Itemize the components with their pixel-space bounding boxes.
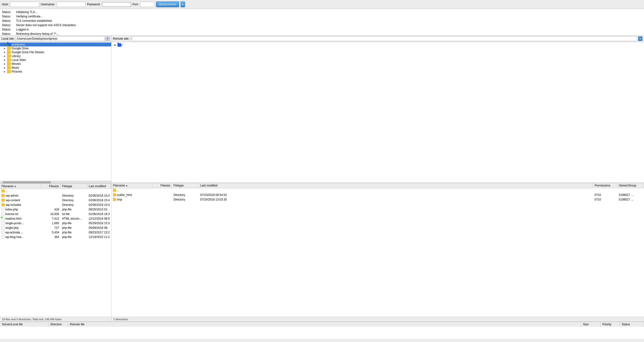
local-file-row[interactable]: wp-contentDirectory02/06/2018 15:4: [0, 198, 111, 203]
local-file-list[interactable]: ..wp-adminDirectory02/06/2018 15:4wp-con…: [0, 189, 111, 317]
local-site-input[interactable]: [16, 36, 104, 41]
port-input[interactable]: [140, 2, 154, 7]
file-cell-lastmod: 01/06/2018 19:3: [87, 212, 111, 216]
tree-item-label: Google Drive: [12, 47, 28, 50]
local-tree-item[interactable]: ▶Library: [0, 54, 111, 58]
remote-site-input[interactable]: [130, 36, 637, 41]
local-tree-item[interactable]: ▶Google Drive File Stream: [0, 50, 111, 54]
tree-toggle-icon[interactable]: ▶: [3, 47, 6, 50]
folder-icon: [118, 43, 122, 47]
local-file-row[interactable]: wp-includesDirectory02/06/2018 15:4: [0, 203, 111, 207]
tree-toggle-icon[interactable]: ▶: [3, 70, 6, 73]
local-site-dropdown[interactable]: ▼: [106, 36, 110, 41]
local-file-row[interactable]: ..: [0, 189, 111, 193]
remote-tree-item[interactable]: ▶/: [112, 43, 644, 47]
file-cell-filesize: 727: [41, 226, 60, 230]
tree-toggle-icon[interactable]: ▶: [3, 50, 6, 54]
file-cell-filetype: Directory: [60, 203, 87, 207]
file-cell-owner: 5198027 ...: [617, 193, 644, 197]
local-file-row[interactable]: wp-blog-hea...364php-file12/19/2015 11:2: [0, 235, 111, 239]
port-label: Port:: [132, 3, 138, 6]
local-tree-item[interactable]: ▶wordpress: [0, 43, 111, 46]
local-col-header-lastmod[interactable]: Last modified: [87, 184, 111, 189]
tree-item-label: Local Sites: [12, 58, 26, 62]
file-cell-lastmod: 02/06/2018 15:4: [87, 198, 111, 202]
file-icon: [2, 235, 4, 239]
local-col-header-filesize[interactable]: Filesize: [41, 184, 60, 189]
remote-file-list[interactable]: ..public_htmlDirectory07/23/2018 09:54:5…: [112, 188, 644, 317]
remote-file-row[interactable]: tmpDirectory07/24/2018 13:03:30071051980…: [112, 197, 644, 202]
remote-col-header-perms[interactable]: Permissions: [593, 183, 617, 188]
file-cell-filetype: php-file: [60, 207, 87, 211]
queue-header: Server/Local fileDirectionRemote fileSiz…: [0, 322, 644, 327]
password-input[interactable]: [102, 2, 131, 7]
quickconnect-button[interactable]: Quickconnect: [156, 1, 179, 7]
tree-item-label: Music: [12, 66, 19, 69]
file-cell-lastmod: 09/23/2017 13:2: [87, 230, 111, 234]
local-tree-hscroll[interactable]: [0, 181, 111, 183]
tree-toggle-icon[interactable]: ▶: [3, 54, 6, 58]
tree-toggle-icon[interactable]: ▶: [3, 43, 6, 46]
local-file-row[interactable]: wp-activate....5,434php-file09/23/2017 1…: [0, 230, 111, 235]
tree-item-label: /: [122, 43, 123, 47]
local-file-row[interactable]: single-produ...1,665php-file05/29/2018 1…: [0, 221, 111, 226]
status-line: Status: Verifying certificate...: [2, 14, 642, 19]
file-cell-filetype: Directory: [60, 198, 87, 202]
remote-site-dropdown[interactable]: ▼: [638, 36, 642, 41]
remote-col-header-filename[interactable]: Filename ▲: [112, 183, 153, 188]
file-cell-owner: [617, 190, 644, 190]
remote-col-header-filesize[interactable]: Filesize: [153, 183, 172, 188]
remote-file-row[interactable]: public_htmlDirectory07/23/2018 09:54:520…: [112, 193, 644, 197]
status-line: Status: Retrieving directory listing of …: [2, 32, 642, 35]
status-label: Status:: [2, 14, 15, 19]
remote-file-row[interactable]: ..: [112, 188, 644, 193]
local-file-row[interactable]: index.php418php-file09/25/2013 01:: [0, 207, 111, 212]
local-tree-item[interactable]: ▶Music: [0, 66, 111, 70]
remote-site-bar: Remote site: ▼: [112, 35, 644, 42]
queue-col-header-direction[interactable]: Direction: [48, 322, 68, 327]
tree-toggle-icon[interactable]: ▶: [3, 66, 6, 69]
local-tree-item[interactable]: ▶Google Drive: [0, 46, 111, 50]
file-icon: [2, 221, 4, 225]
host-input[interactable]: [10, 2, 39, 7]
local-col-header-filename[interactable]: Filename ▲: [0, 184, 41, 189]
file-cell-filesize: [153, 195, 172, 195]
folder-icon: [2, 190, 5, 192]
status-text: Retrieving directory listing of "/"...: [15, 32, 59, 35]
file-cell-filename: license.txt: [0, 212, 41, 216]
tree-toggle-icon[interactable]: ▶: [3, 58, 6, 62]
filename-text: single.php: [5, 226, 19, 229]
remote-col-header-filetype[interactable]: Filetype: [172, 183, 199, 188]
queue-col-header-remote[interactable]: Remote file: [68, 322, 581, 327]
file-cell-filesize: 5,434: [41, 230, 60, 234]
status-text: Server does not support non-ASCII charac…: [15, 23, 76, 27]
folder-icon: [113, 193, 116, 196]
queue-col-header-status[interactable]: Status: [620, 322, 644, 327]
queue-col-header-size[interactable]: Size: [581, 322, 600, 327]
local-file-row[interactable]: readme.html7,413HTML docum...12/12/2016 …: [0, 216, 111, 221]
username-input[interactable]: [56, 2, 86, 7]
status-label: Status:: [2, 23, 15, 27]
file-cell-filesize: [41, 205, 60, 205]
queue-col-header-server[interactable]: Server/Local file: [0, 322, 48, 327]
filename-text: wp-content: [6, 198, 20, 202]
file-cell-filesize: 418: [41, 207, 60, 211]
local-tree-item[interactable]: ▶Local Sites: [0, 58, 111, 62]
local-tree-item[interactable]: ▶Movies: [0, 62, 111, 66]
queue-col-header-priority[interactable]: Priority: [600, 322, 620, 327]
remote-col-header-lastmod[interactable]: Last modified: [199, 183, 593, 188]
local-file-row[interactable]: license.txt19,935txt-file01/06/2018 19:3: [0, 212, 111, 216]
local-file-row[interactable]: single.php727php-file05/09/2018 08:: [0, 226, 111, 230]
tree-toggle-icon[interactable]: ▶: [3, 62, 6, 66]
file-cell-filesize: [41, 191, 60, 191]
local-tree-item[interactable]: ▶Pictures: [0, 70, 111, 74]
filename-text: wp-admin: [6, 194, 18, 197]
tree-toggle-icon[interactable]: ▶: [114, 43, 117, 47]
file-cell-lastmod: [199, 190, 593, 190]
filename-text: single-produ...: [5, 221, 24, 225]
local-col-header-filetype[interactable]: Filetype: [60, 184, 87, 189]
quickconnect-dropdown-button[interactable]: ▼: [180, 1, 185, 7]
remote-col-header-owner[interactable]: Owner/Group: [617, 183, 644, 188]
folder-icon: [7, 47, 11, 50]
local-file-row[interactable]: wp-adminDirectory02/06/2018 15:4: [0, 193, 111, 198]
